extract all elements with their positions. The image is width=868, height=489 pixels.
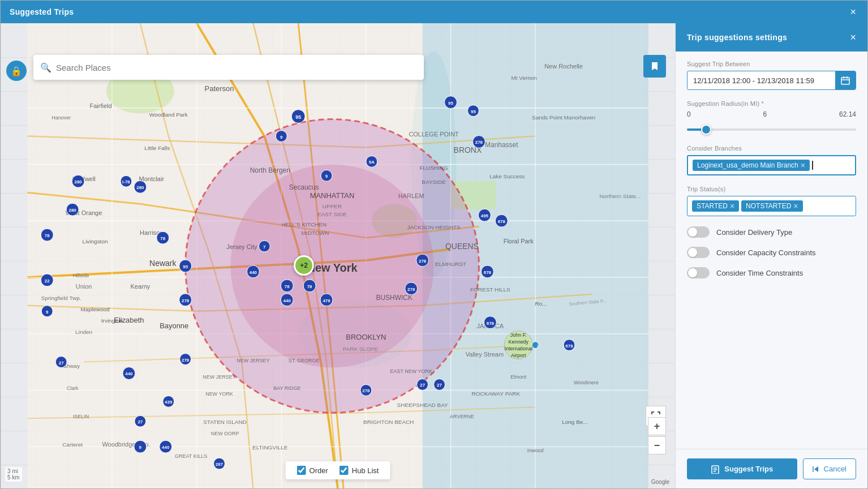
- radius-slider[interactable]: [687, 128, 856, 131]
- zoom-in-button[interactable]: +: [648, 417, 666, 435]
- svg-text:Hanover: Hanover: [51, 115, 71, 121]
- hub-list-checkbox[interactable]: [340, 466, 349, 475]
- settings-panel: Trip suggestions settings × Suggest Trip…: [675, 23, 867, 488]
- svg-text:678: 678: [487, 321, 495, 326]
- started-tag-remove[interactable]: ×: [730, 202, 734, 210]
- search-icon: 🔍: [40, 62, 51, 73]
- trip-status-label: Trip Status(s): [687, 186, 856, 192]
- svg-text:Clark: Clark: [67, 385, 79, 391]
- svg-text:95: 95: [471, 109, 476, 114]
- suggestion-radius-label: Suggestion Radius(in MI) *: [687, 100, 856, 107]
- calendar-icon[interactable]: [835, 71, 856, 89]
- svg-text:Airport: Airport: [511, 353, 526, 358]
- radius-min-label: 0: [687, 110, 691, 118]
- zoom-out-button[interactable]: −: [648, 436, 666, 454]
- map-scale: 3 mi 5 km: [5, 467, 22, 482]
- date-range-field[interactable]: [687, 72, 835, 89]
- svg-text:Sands Point Manorhaven: Sands Point Manorhaven: [532, 114, 595, 121]
- settings-body: Suggest Trip Between: [676, 52, 867, 449]
- main-content: New York MANHATTAN UPPER EAST SIDE HELL'…: [1, 23, 867, 488]
- svg-text:95: 95: [295, 114, 301, 120]
- window-title: Suggested Trips: [10, 7, 74, 16]
- svg-text:BROOKLYN: BROOKLYN: [346, 333, 386, 341]
- svg-text:MIDTOWN: MIDTOWN: [302, 230, 329, 236]
- svg-text:9: 9: [280, 135, 283, 140]
- svg-text:439: 439: [165, 400, 173, 405]
- hub-list-legend-item[interactable]: Hub List: [340, 466, 379, 475]
- delivery-type-label: Consider Delivery Type: [716, 228, 792, 237]
- svg-text:Mt Vernon: Mt Vernon: [511, 75, 536, 81]
- svg-text:440: 440: [250, 270, 257, 275]
- capacity-label: Consider Capacity Constraints: [716, 248, 816, 257]
- svg-text:Long Be...: Long Be...: [562, 419, 587, 425]
- svg-text:280: 280: [68, 208, 76, 213]
- svg-text:International: International: [505, 346, 532, 351]
- svg-text:BUSHWICK: BUSHWICK: [376, 294, 412, 302]
- hub-list-legend-label: Hub List: [352, 466, 379, 475]
- svg-text:Valley Stream: Valley Stream: [466, 351, 504, 358]
- svg-text:EAST SIDE: EAST SIDE: [317, 211, 347, 217]
- map-area: New York MANHATTAN UPPER EAST SIDE HELL'…: [1, 23, 675, 488]
- radius-range-row: 0 6 62.14: [687, 110, 856, 118]
- svg-text:27: 27: [137, 419, 143, 424]
- map-cluster-marker[interactable]: +2: [294, 255, 314, 276]
- svg-text:Paterson: Paterson: [205, 84, 234, 93]
- svg-text:678: 678: [498, 219, 506, 224]
- suggest-trip-between-label: Suggest Trip Between: [687, 61, 856, 67]
- date-range-input[interactable]: [687, 71, 856, 90]
- svg-text:Union: Union: [76, 283, 92, 290]
- map-bookmark-button[interactable]: [643, 55, 666, 78]
- time-toggle[interactable]: [687, 267, 710, 278]
- svg-text:Manhasset: Manhasset: [485, 141, 518, 149]
- svg-text:QUEENS: QUEENS: [445, 242, 479, 251]
- order-checkbox[interactable]: [297, 466, 306, 475]
- settings-close-button[interactable]: ×: [850, 32, 856, 44]
- svg-text:Bayonne: Bayonne: [160, 321, 188, 330]
- svg-text:Kearny: Kearny: [130, 283, 150, 290]
- svg-text:280: 280: [74, 179, 82, 185]
- svg-text:9A: 9A: [369, 160, 375, 165]
- consider-branches-label: Consider Branches: [687, 145, 856, 152]
- svg-text:95: 95: [448, 101, 453, 106]
- suggest-trips-button[interactable]: Suggest Trips: [687, 458, 797, 479]
- svg-text:New York: New York: [307, 261, 358, 274]
- notstarted-tag-remove[interactable]: ×: [793, 202, 798, 210]
- svg-text:280: 280: [136, 185, 144, 190]
- map-legend: Order Hub List: [286, 461, 390, 479]
- radius-max-label: 62.14: [839, 110, 856, 118]
- svg-text:NEW JERSEY: NEW JERSEY: [203, 374, 235, 380]
- delivery-type-toggle[interactable]: [687, 226, 710, 238]
- svg-text:78: 78: [285, 284, 290, 289]
- svg-text:440: 440: [283, 298, 291, 303]
- svg-text:Little Falls: Little Falls: [144, 145, 170, 151]
- svg-text:Irvington: Irvington: [101, 318, 123, 324]
- branches-tags-input[interactable]: Loginext_usa_demo Main Branch ×: [687, 155, 856, 175]
- svg-text:GREAT KILLS: GREAT KILLS: [175, 453, 207, 459]
- settings-footer: Suggest Trips Cancel: [676, 449, 867, 488]
- svg-text:ROCKAWAY PARK: ROCKAWAY PARK: [471, 391, 520, 397]
- trip-status-input[interactable]: STARTED × NOTSTARTED ×: [687, 196, 856, 216]
- lock-button[interactable]: 🔒: [6, 61, 27, 81]
- order-legend-item[interactable]: Order: [297, 466, 328, 475]
- search-input[interactable]: [56, 63, 417, 72]
- settings-title: Trip suggestions settings: [687, 33, 787, 42]
- radius-current-label: 6: [763, 110, 767, 118]
- capacity-toggle[interactable]: [687, 247, 710, 258]
- svg-text:Springfield Twp.: Springfield Twp.: [41, 295, 81, 301]
- svg-text:North Bergen: North Bergen: [250, 166, 290, 174]
- svg-text:ARVERNE: ARVERNE: [450, 414, 474, 419]
- scale-label-1: 3 mi: [7, 468, 20, 474]
- svg-text:287: 287: [216, 462, 224, 467]
- settings-header: Trip suggestions settings ×: [676, 23, 867, 52]
- window-close-button[interactable]: ×: [848, 7, 858, 17]
- svg-text:Woodmere: Woodmere: [574, 380, 599, 385]
- branch-tag-remove[interactable]: ×: [801, 161, 805, 169]
- cancel-button[interactable]: Cancel: [803, 458, 856, 479]
- cancel-label: Cancel: [824, 465, 846, 473]
- svg-text:ISELIN: ISELIN: [73, 414, 89, 419]
- notstarted-tag: NOTSTARTED ×: [741, 200, 802, 212]
- delivery-type-toggle-row: Consider Delivery Type: [687, 226, 856, 238]
- svg-text:22: 22: [45, 278, 50, 284]
- radius-slider-wrap: [687, 122, 856, 135]
- svg-text:478: 478: [323, 298, 330, 303]
